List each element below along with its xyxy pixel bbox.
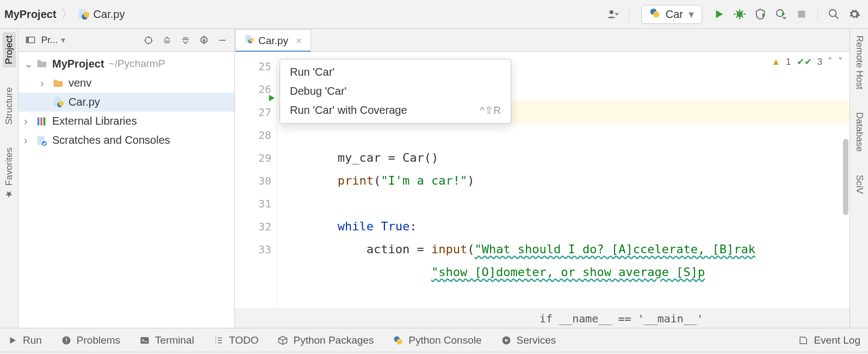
run-context-menu: Run 'Car' Debug 'Car' Run 'Car' with Cov… (280, 59, 511, 124)
bb-run[interactable]: Run (8, 334, 42, 346)
line-number[interactable]: 33 (235, 238, 271, 261)
warning-icon[interactable]: ▲ (771, 57, 780, 68)
chevron-down-icon: ▾ (689, 8, 694, 21)
svg-point-22 (42, 141, 47, 145)
chevron-right-icon[interactable]: › (24, 115, 32, 127)
run-config-name: Car (666, 8, 683, 21)
tree-venv[interactable]: › venv (18, 74, 234, 93)
breadcrumb-file[interactable]: Car.py (94, 8, 125, 21)
rail-project[interactable]: Project (3, 32, 16, 68)
editor-tabs: Car.py × (235, 29, 850, 52)
python-file-icon (244, 34, 254, 47)
bb-problems[interactable]: Problems (61, 334, 120, 346)
run-config-selector[interactable]: Car ▾ (641, 5, 702, 24)
separator (817, 7, 818, 21)
code-breadcrumb[interactable]: if __name__ == '__main__' (235, 308, 850, 328)
tree-scratches[interactable]: › Scratches and Consoles (18, 131, 234, 150)
gear-icon[interactable] (845, 5, 864, 23)
python-file-icon (77, 8, 89, 20)
bb-packages[interactable]: Python Packages (278, 334, 374, 346)
rail-structure[interactable]: Structure (3, 84, 16, 128)
project-panel-header: Pr... ▾ (18, 29, 234, 52)
python-icon (649, 8, 660, 21)
folder-icon (36, 58, 48, 70)
panel-title[interactable]: Pr... (41, 35, 58, 46)
rail-sciview[interactable]: SciV (853, 172, 866, 197)
svg-rect-29 (141, 337, 149, 344)
bb-terminal[interactable]: Terminal (140, 334, 194, 346)
tab-car-py[interactable]: Car.py × (235, 29, 311, 51)
search-icon[interactable] (824, 5, 843, 23)
line-number[interactable]: 28 (235, 124, 271, 147)
chevron-right-icon: 〉 (61, 6, 73, 22)
chevron-right-icon[interactable]: › (24, 134, 32, 147)
scrollbar-thumb[interactable] (843, 139, 848, 215)
top-toolbar: MyProject 〉 Car.py Car ▾ (0, 0, 868, 29)
line-number[interactable]: 29 (235, 147, 271, 169)
svg-point-25 (250, 38, 254, 42)
rail-remote-host[interactable]: Remote Host (853, 32, 866, 93)
menu-coverage[interactable]: Run 'Car' with Coverage^⇧R (280, 101, 511, 120)
expand-all-icon[interactable] (159, 33, 175, 48)
run-gutter-icon[interactable] (266, 93, 276, 105)
line-number[interactable]: 30 (235, 169, 271, 192)
separator (629, 7, 629, 21)
profile-dropdown-button[interactable] (772, 5, 790, 23)
rail-database[interactable]: Database (853, 109, 866, 155)
tree-external-libs[interactable]: › External Libraries (18, 112, 234, 131)
inspection-indicators[interactable]: ▲1 ✔✔3 ˄ ˅ (771, 56, 843, 68)
svg-point-12 (145, 37, 152, 44)
rail-favorites[interactable]: ★Favorites (3, 144, 16, 203)
menu-run[interactable]: Run 'Car' (280, 63, 511, 82)
svg-rect-28 (66, 342, 67, 343)
coverage-button[interactable] (751, 5, 770, 23)
svg-rect-27 (66, 338, 67, 341)
bb-services[interactable]: Services (501, 334, 556, 346)
tree-scratches-label: Scratches and Consoles (52, 134, 170, 147)
panel-icon (23, 33, 38, 48)
collapse-all-icon[interactable] (178, 33, 193, 48)
bb-event-log[interactable]: Event Log (798, 334, 860, 346)
svg-rect-19 (40, 117, 42, 125)
project-tree[interactable]: ⌄ MyProject ~/PycharmP › venv Car.py › E… (18, 52, 234, 152)
check-icon[interactable]: ✔✔ (797, 56, 812, 68)
line-number[interactable]: 31 (235, 192, 271, 215)
chevron-down-icon[interactable]: ▾ (61, 35, 65, 45)
locate-icon[interactable] (141, 33, 156, 48)
python-file-icon (52, 96, 64, 108)
close-icon[interactable]: × (296, 35, 302, 47)
menu-debug[interactable]: Debug 'Car' (280, 82, 511, 101)
line-number[interactable]: 32 (235, 215, 271, 238)
line-number[interactable]: 25 (235, 55, 271, 78)
svg-point-31 (396, 339, 402, 345)
stop-button[interactable] (792, 5, 811, 23)
bb-todo[interactable]: TODO (214, 334, 259, 346)
line-gutter[interactable]: 25 26 27 28 29 30 31 32 33 (235, 52, 277, 308)
svg-point-5 (653, 11, 659, 17)
tree-venv-label: venv (69, 77, 91, 89)
user-dropdown-icon[interactable] (604, 5, 622, 23)
line-number[interactable]: 27 (235, 101, 271, 124)
tree-root-label: MyProject (52, 58, 104, 70)
run-button[interactable] (710, 5, 728, 23)
bb-console[interactable]: Python Console (393, 334, 481, 346)
line-number[interactable]: 26 (235, 78, 271, 101)
chevron-right-icon[interactable]: › (40, 77, 48, 89)
panel-gear-icon[interactable] (196, 33, 212, 48)
bottom-tool-bar: Run Problems Terminal TODO Python Packag… (0, 328, 868, 352)
debug-button[interactable] (730, 5, 749, 23)
chevron-down-icon[interactable]: ⌄ (24, 57, 32, 70)
minimize-icon[interactable] (215, 33, 230, 48)
svg-rect-11 (27, 37, 29, 43)
breadcrumb[interactable]: MyProject 〉 Car.py (4, 6, 125, 22)
scratches-icon (36, 135, 48, 147)
chevron-up-icon[interactable]: ˄ (828, 56, 833, 68)
tree-file-label: Car.py (69, 96, 100, 108)
tree-file-car[interactable]: Car.py (18, 93, 234, 112)
right-rail: Remote Host Database SciV (850, 29, 868, 328)
breadcrumb-project[interactable]: MyProject (4, 8, 57, 21)
svg-point-9 (829, 10, 836, 17)
status-bar: 26:13 LF UTF-8 4 spaces Python 3.6 (MyPr… (0, 352, 868, 354)
tree-root[interactable]: ⌄ MyProject ~/PycharmP (18, 54, 234, 74)
chevron-down-icon[interactable]: ˅ (838, 56, 843, 68)
